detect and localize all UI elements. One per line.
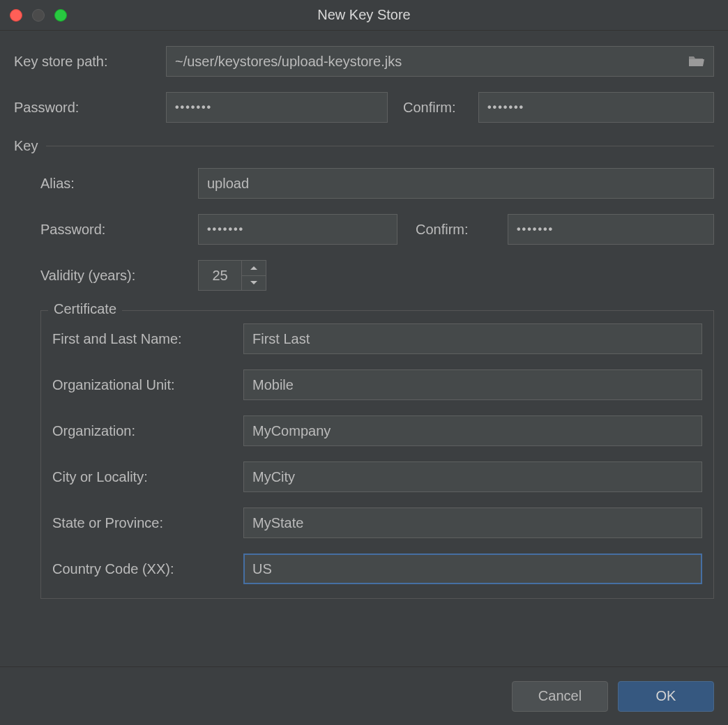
keystore-password-label: Password:	[14, 100, 166, 116]
first-last-name-value: First Last	[252, 331, 310, 347]
country-input[interactable]: US	[243, 554, 702, 584]
alias-value: upload	[207, 176, 249, 192]
certificate-fieldset: Certificate First and Last Name: First L…	[40, 310, 714, 599]
state-value: MyState	[252, 515, 303, 531]
window-titlebar: New Key Store	[0, 0, 728, 31]
key-confirm-mask: •••••••	[517, 223, 554, 236]
first-last-name-label: First and Last Name:	[52, 331, 243, 347]
dialog-footer: Cancel OK	[0, 666, 728, 725]
window-title: New Key Store	[0, 7, 728, 23]
country-label: Country Code (XX):	[52, 561, 243, 577]
key-confirm-label: Confirm:	[416, 222, 508, 238]
state-label: State or Province:	[52, 515, 243, 531]
section-divider	[46, 146, 714, 146]
key-password-input[interactable]: •••••••	[198, 214, 397, 245]
keystore-path-value: ~/user/keystores/upload-keystore.jks	[175, 54, 681, 70]
chevron-down-icon	[250, 281, 257, 284]
keystore-path-input[interactable]: ~/user/keystores/upload-keystore.jks	[166, 46, 714, 77]
alias-label: Alias:	[14, 176, 198, 192]
alias-input[interactable]: upload	[198, 168, 714, 199]
cancel-button[interactable]: Cancel	[512, 681, 608, 712]
org-unit-input[interactable]: Mobile	[243, 369, 702, 400]
org-value: MyCompany	[252, 423, 331, 439]
folder-open-icon[interactable]	[687, 54, 705, 68]
key-section-header: Key	[14, 138, 38, 154]
org-unit-value: Mobile	[252, 377, 294, 393]
state-input[interactable]: MyState	[243, 508, 702, 538]
keystore-password-input[interactable]: •••••••	[166, 92, 388, 123]
first-last-name-input[interactable]: First Last	[243, 323, 702, 354]
keystore-confirm-input[interactable]: •••••••	[478, 92, 714, 123]
validity-up-button[interactable]	[242, 261, 266, 276]
ok-button[interactable]: OK	[618, 681, 714, 712]
city-value: MyCity	[252, 469, 295, 485]
keystore-path-label: Key store path:	[14, 54, 166, 70]
validity-value[interactable]: 25	[198, 260, 241, 291]
key-confirm-input[interactable]: •••••••	[508, 214, 714, 245]
country-value: US	[252, 561, 272, 577]
city-input[interactable]: MyCity	[243, 461, 702, 492]
validity-down-button[interactable]	[242, 276, 266, 291]
key-password-mask: •••••••	[207, 223, 244, 236]
keystore-confirm-label: Confirm:	[403, 100, 478, 116]
chevron-up-icon	[250, 266, 257, 270]
certificate-legend: Certificate	[48, 301, 122, 317]
org-input[interactable]: MyCompany	[243, 415, 702, 446]
org-label: Organization:	[52, 423, 243, 439]
validity-spinner[interactable]: 25	[198, 260, 266, 291]
org-unit-label: Organizational Unit:	[52, 377, 243, 393]
city-label: City or Locality:	[52, 469, 243, 485]
key-password-label: Password:	[14, 222, 198, 238]
validity-label: Validity (years):	[14, 268, 198, 284]
keystore-confirm-mask: •••••••	[487, 101, 524, 114]
keystore-password-mask: •••••••	[175, 101, 212, 114]
